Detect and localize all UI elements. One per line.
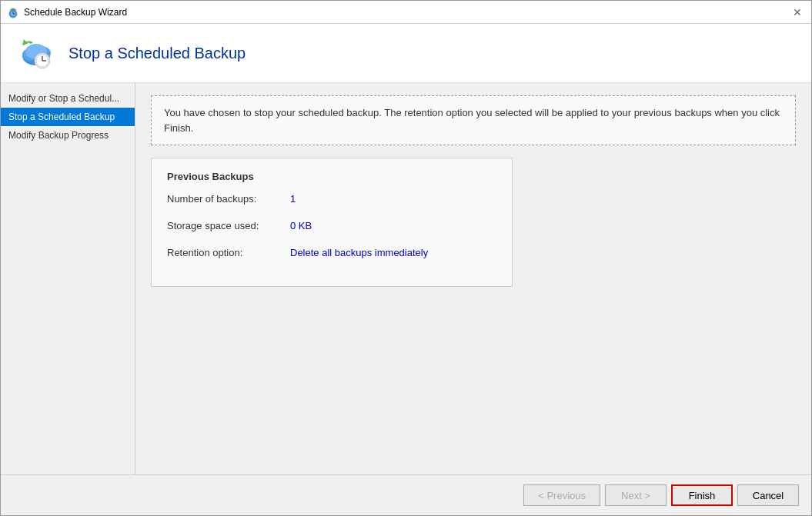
main-window: Schedule Backup Wizard ✕ Stop a Sche [0,0,812,516]
footer: < Previous Next > Finish Cancel [1,474,811,515]
close-button[interactable]: ✕ [790,5,805,20]
info-row-count: Number of backups: 1 [167,193,496,205]
info-box: You have chosen to stop your scheduled b… [151,95,796,145]
finish-button[interactable]: Finish [671,484,733,506]
sidebar-item-modify-stop[interactable]: Modify or Stop a Schedul... [1,89,135,108]
sidebar: Modify or Stop a Schedul... Stop a Sched… [1,83,135,474]
cancel-button[interactable]: Cancel [737,484,799,506]
previous-backups-title: Previous Backups [167,171,496,182]
sidebar-item-stop-scheduled[interactable]: Stop a Scheduled Backup [1,108,135,126]
label-retention-option: Retention option: [167,247,290,258]
label-storage-space: Storage space used: [167,220,290,231]
info-row-storage: Storage space used: 0 KB [167,220,496,231]
previous-button[interactable]: < Previous [523,484,600,506]
value-retention-option: Delete all backups immediately [290,247,428,258]
sidebar-item-modify-progress[interactable]: Modify Backup Progress [1,126,135,145]
page-title: Stop a Scheduled Backup [69,45,246,62]
header-logo [16,33,56,73]
content-area: You have chosen to stop your scheduled b… [135,83,811,474]
title-bar: Schedule Backup Wizard ✕ [1,1,811,24]
info-text: You have chosen to stop your scheduled b… [164,107,780,134]
label-number-of-backups: Number of backups: [167,193,290,205]
title-bar-left: Schedule Backup Wizard [7,6,127,18]
backup-info-panel: Previous Backups Number of backups: 1 St… [151,158,513,287]
header: Stop a Scheduled Backup [1,24,811,83]
value-storage-space: 0 KB [290,220,312,231]
title-bar-text: Schedule Backup Wizard [24,7,127,18]
value-number-of-backups: 1 [290,193,296,205]
info-row-retention: Retention option: Delete all backups imm… [167,247,496,258]
next-button[interactable]: Next > [605,484,667,506]
main-content: Modify or Stop a Schedul... Stop a Sched… [1,83,811,474]
app-icon [7,6,19,18]
